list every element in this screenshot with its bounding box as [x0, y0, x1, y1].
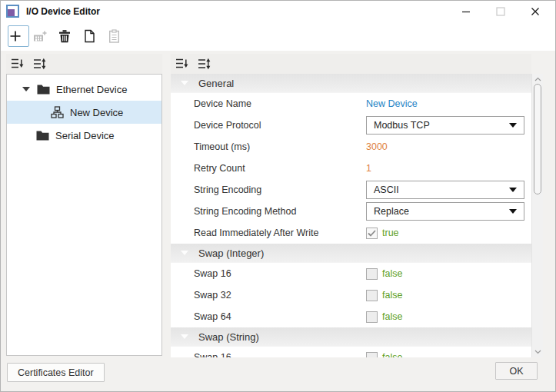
property-label: Retry Count	[194, 163, 366, 174]
tree-item-label: New Device	[70, 107, 123, 118]
certificates-editor-button[interactable]: Certificates Editor	[7, 363, 105, 382]
copy-button[interactable]	[82, 25, 103, 47]
property-label: Swap 32	[194, 290, 366, 301]
section-collapse-icon	[181, 334, 188, 339]
property-row: Device NameNew Device	[171, 93, 531, 115]
minimize-button[interactable]	[451, 1, 486, 22]
expander-down-icon[interactable]	[22, 87, 30, 91]
property-label: Device Protocol	[194, 120, 366, 131]
property-value[interactable]: 1	[366, 163, 371, 174]
minimize-icon	[461, 7, 471, 16]
property-row: Swap 64false	[171, 306, 531, 327]
property-label: Swap 64	[194, 311, 366, 322]
vertical-scrollbar[interactable]	[531, 74, 543, 357]
section-header-general[interactable]: General	[171, 74, 531, 93]
collapse-all-icon	[175, 58, 188, 69]
device-plus-icon	[32, 29, 48, 43]
scroll-down-icon[interactable]	[532, 347, 544, 357]
window-title: I/O Device Editor	[26, 6, 100, 17]
section-collapse-icon	[181, 251, 188, 255]
property-row: String EncodingASCII	[171, 179, 531, 201]
checkbox-value-label: false	[382, 290, 402, 301]
expand-all-button[interactable]	[199, 56, 215, 71]
ok-button[interactable]: OK	[495, 362, 538, 380]
expand-all-button[interactable]	[35, 56, 50, 71]
property-label: String Encoding Method	[194, 206, 366, 217]
property-label: Swap 16	[194, 268, 366, 279]
dropdown-value: Modbus TCP	[374, 120, 430, 131]
tree-panel-toolbar	[6, 54, 162, 74]
device-tree: Ethernet DeviceNew DeviceSerial Device	[6, 74, 162, 356]
section-title: Swap (Integer)	[198, 247, 264, 259]
expand-all-icon	[33, 58, 46, 70]
property-dropdown[interactable]: Modbus TCP	[366, 116, 524, 135]
main-toolbar	[1, 22, 555, 51]
app-icon	[6, 5, 19, 18]
property-checkbox[interactable]	[366, 352, 378, 358]
property-label: Swap 16	[194, 352, 366, 357]
property-checkbox[interactable]	[366, 311, 378, 323]
collapse-all-icon	[11, 58, 24, 69]
dropdown-value: Replace	[374, 206, 409, 217]
folder-icon	[37, 85, 50, 95]
property-label: Timeout (ms)	[194, 141, 366, 152]
folder-icon	[36, 131, 49, 141]
property-row: Swap 16false	[171, 263, 531, 284]
property-panel-toolbar	[171, 54, 531, 74]
section-collapse-icon	[181, 81, 188, 85]
paste-icon	[108, 29, 120, 43]
property-value[interactable]: 3000	[366, 141, 388, 152]
section-header-swap-string-[interactable]: Swap (String)	[171, 327, 531, 347]
add-device-group-button	[32, 25, 54, 47]
titlebar: I/O Device Editor	[1, 1, 555, 22]
collapse-all-button[interactable]	[12, 56, 28, 71]
chevron-down-icon	[509, 188, 517, 192]
property-row: Swap 32false	[171, 284, 531, 306]
property-row: Swap 16false	[171, 347, 531, 357]
checkbox-value-label: false	[382, 352, 402, 357]
section-title: General	[198, 78, 234, 89]
section-header-swap-integer-[interactable]: Swap (Integer)	[171, 244, 531, 263]
property-label: Read Immediately After Write	[194, 228, 366, 238]
scrollbar-thumb[interactable]	[534, 84, 541, 194]
network-device-icon	[51, 106, 64, 118]
maximize-button	[486, 1, 521, 22]
tree-item-label: Serial Device	[55, 130, 115, 141]
delete-button[interactable]	[57, 25, 78, 47]
property-row: String Encoding MethodReplace	[171, 201, 531, 222]
property-checkbox[interactable]	[366, 290, 378, 301]
property-label: Device Name	[194, 98, 366, 109]
property-row: Device ProtocolModbus TCP	[171, 115, 531, 136]
tree-item-serial-device[interactable]: Serial Device	[7, 124, 161, 147]
tree-item-label: Ethernet Device	[56, 84, 128, 95]
expand-all-icon	[198, 58, 211, 70]
tree-item-ethernet-device[interactable]: Ethernet Device	[7, 78, 161, 101]
property-value[interactable]: New Device	[366, 98, 418, 109]
maximize-icon	[496, 7, 505, 16]
close-icon	[531, 7, 540, 16]
property-grid: GeneralDevice NameNew DeviceDevice Proto…	[171, 74, 531, 357]
checkbox-value-label: false	[382, 268, 402, 279]
checkbox-value-label: true	[382, 228, 399, 238]
trash-icon	[58, 29, 71, 43]
plus-icon	[8, 29, 22, 43]
dropdown-value: ASCII	[374, 184, 399, 195]
property-row: Retry Count1	[171, 158, 531, 179]
copy-icon	[83, 29, 95, 43]
checkbox-value-label: false	[382, 311, 402, 322]
paste-button	[106, 25, 128, 47]
property-checkbox[interactable]	[366, 228, 378, 239]
property-dropdown[interactable]: Replace	[366, 202, 524, 221]
property-dropdown[interactable]: ASCII	[366, 181, 524, 199]
collapse-all-button[interactable]	[177, 56, 192, 71]
chevron-down-icon	[509, 209, 517, 214]
window-controls	[451, 1, 555, 22]
add-device-button[interactable]	[8, 25, 29, 47]
scroll-up-icon[interactable]	[532, 74, 544, 85]
close-button[interactable]	[521, 1, 555, 22]
property-checkbox[interactable]	[366, 268, 378, 280]
footer: Certificates Editor OK	[1, 357, 555, 391]
tree-item-new-device[interactable]: New Device	[7, 101, 161, 124]
property-label: String Encoding	[194, 184, 366, 195]
property-row: Read Immediately After Writetrue	[171, 222, 531, 244]
